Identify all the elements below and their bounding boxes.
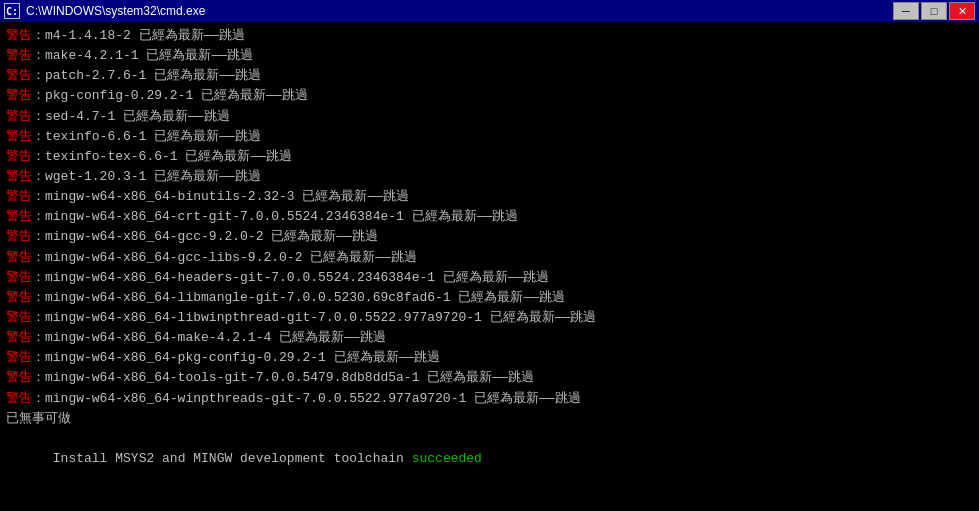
warning-line: 警告：mingw-w64-x86_64-libmangle-git-7.0.0.… (6, 288, 973, 308)
warning-line: 警告：mingw-w64-x86_64-libwinpthread-git-7.… (6, 308, 973, 328)
cmd-icon: C:\ (4, 3, 20, 19)
warning-line: 警告：mingw-w64-x86_64-make-4.2.1-4 已經為最新——… (6, 328, 973, 348)
no-error-line: 已無事可做 (6, 409, 973, 429)
warning-line: 警告：wget-1.20.3-1 已經為最新——跳過 (6, 167, 973, 187)
warning-line: 警告：texinfo-tex-6.6-1 已經為最新——跳過 (6, 147, 973, 167)
warning-line: 警告：sed-4.7-1 已經為最新——跳過 (6, 107, 973, 127)
minimize-button[interactable]: ─ (893, 2, 919, 20)
warning-line: 警告：mingw-w64-x86_64-winpthreads-git-7.0.… (6, 389, 973, 409)
console-output: 警告：m4-1.4.18-2 已經為最新——跳過警告：make-4.2.1-1 … (0, 22, 979, 511)
titlebar-left: C:\ C:\WINDOWS\system32\cmd.exe (4, 3, 205, 19)
install-prefix: Install MSYS2 and MINGW development tool… (53, 451, 412, 466)
titlebar: C:\ C:\WINDOWS\system32\cmd.exe ─ □ ✕ (0, 0, 979, 22)
svg-text:C:\: C:\ (6, 6, 19, 17)
warning-line: 警告：patch-2.7.6-1 已經為最新——跳過 (6, 66, 973, 86)
warning-line: 警告：mingw-w64-x86_64-tools-git-7.0.0.5479… (6, 368, 973, 388)
success-word: succeeded (412, 451, 482, 466)
warning-line: 警告：make-4.2.1-1 已經為最新——跳過 (6, 46, 973, 66)
warning-line: 警告：texinfo-6.6-1 已經為最新——跳過 (6, 127, 973, 147)
warning-line: 警告：mingw-w64-x86_64-gcc-libs-9.2.0-2 已經為… (6, 248, 973, 268)
warning-line: 警告：m4-1.4.18-2 已經為最新——跳過 (6, 26, 973, 46)
titlebar-controls: ─ □ ✕ (893, 2, 975, 20)
warning-line: 警告：pkg-config-0.29.2-1 已經為最新——跳過 (6, 86, 973, 106)
warning-line: 警告：mingw-w64-x86_64-crt-git-7.0.0.5524.2… (6, 207, 973, 227)
empty-line-1 (6, 489, 973, 509)
warning-line: 警告：mingw-w64-x86_64-pkg-config-0.29.2-1 … (6, 348, 973, 368)
install-success-line: Install MSYS2 and MINGW development tool… (6, 429, 973, 489)
warning-line: 警告：mingw-w64-x86_64-gcc-9.2.0-2 已經為最新——跳… (6, 227, 973, 247)
warning-line: 警告：mingw-w64-x86_64-headers-git-7.0.0.55… (6, 268, 973, 288)
window-title: C:\WINDOWS\system32\cmd.exe (26, 4, 205, 18)
close-button[interactable]: ✕ (949, 2, 975, 20)
warning-line: 警告：mingw-w64-x86_64-binutils-2.32-3 已經為最… (6, 187, 973, 207)
maximize-button[interactable]: □ (921, 2, 947, 20)
window: C:\ C:\WINDOWS\system32\cmd.exe ─ □ ✕ 警告… (0, 0, 979, 511)
